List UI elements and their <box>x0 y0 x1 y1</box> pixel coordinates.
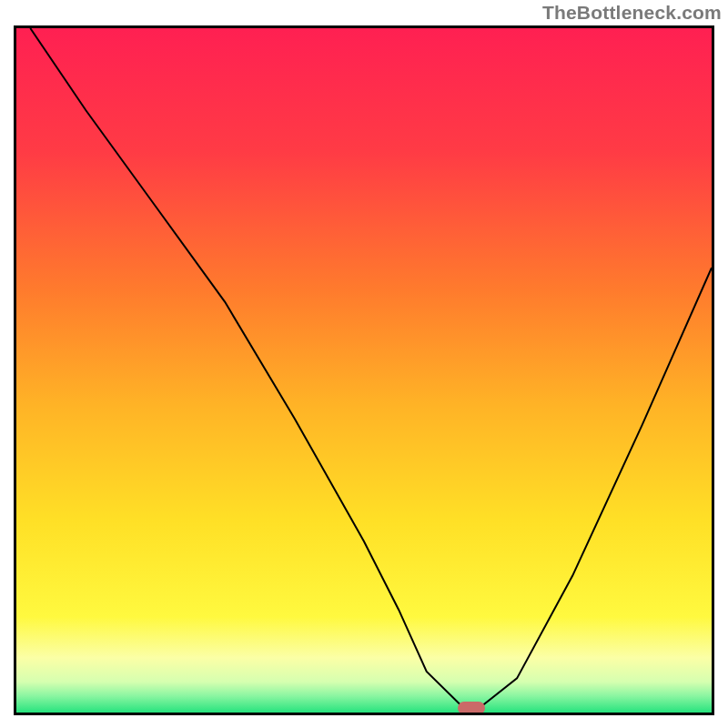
chart-container: TheBottleneck.com <box>0 0 728 728</box>
attribution-text: TheBottleneck.com <box>542 2 722 24</box>
background-gradient <box>16 28 712 713</box>
plot-area <box>14 25 714 715</box>
svg-rect-0 <box>16 28 712 713</box>
optimum-marker <box>458 702 485 714</box>
